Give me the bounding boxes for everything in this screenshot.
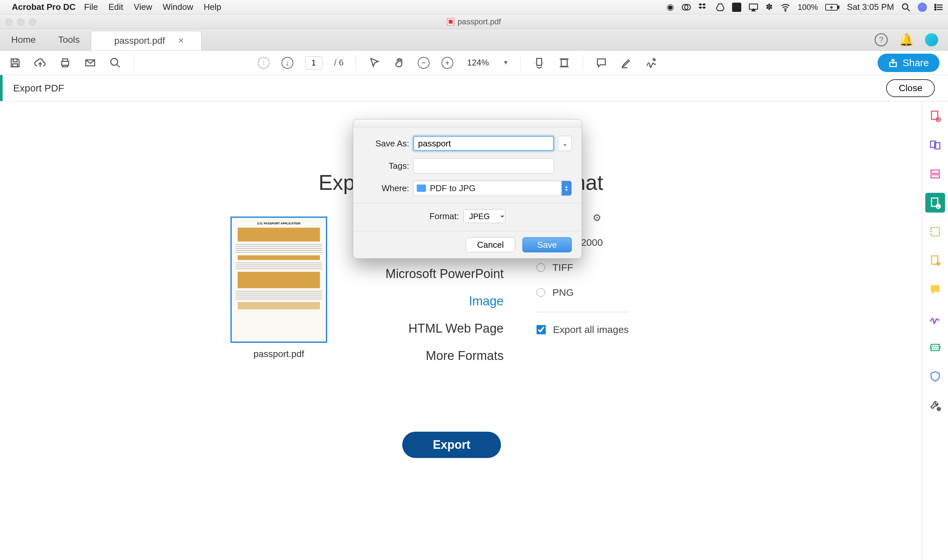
rail-more-tools-icon[interactable]: [925, 395, 945, 415]
close-button[interactable]: Close: [886, 79, 935, 97]
siri-icon[interactable]: [918, 3, 927, 12]
menu-file[interactable]: File: [84, 2, 98, 12]
hand-tool-icon[interactable]: [393, 56, 406, 69]
traffic-lights[interactable]: [5, 18, 36, 26]
search-page-icon[interactable]: [109, 56, 122, 69]
dropbox-icon[interactable]: [698, 2, 708, 12]
fit-page-icon[interactable]: [558, 56, 571, 69]
asterisk-icon[interactable]: ✽: [766, 2, 773, 12]
option-more[interactable]: More Formats: [362, 349, 504, 363]
select-tool-icon[interactable]: [368, 56, 381, 69]
where-select[interactable]: PDF to JPG ▲▼: [413, 181, 572, 196]
svg-line-7: [908, 9, 910, 11]
macos-menubar: Acrobat Pro DC File Edit View Window Hel…: [0, 0, 948, 14]
drive-icon[interactable]: [715, 3, 725, 12]
folder-icon: [417, 185, 426, 192]
wifi-icon[interactable]: [780, 2, 791, 12]
export-pdf-bar: Export PDF Close: [0, 75, 948, 102]
export-pdf-title: Export PDF: [13, 83, 64, 94]
rail-combine-icon[interactable]: [925, 135, 945, 155]
comment-icon[interactable]: [595, 56, 608, 69]
option-image[interactable]: Image: [362, 294, 504, 308]
pdf-file-icon: [447, 18, 454, 25]
zoom-in-icon[interactable]: +: [441, 57, 453, 69]
page-total: / 6: [334, 58, 344, 68]
document-thumbnail[interactable]: U.S. PASSPORT APPLICATION passport.pdf: [230, 217, 327, 359]
mail-icon[interactable]: [83, 56, 97, 69]
rail-edit-pdf-icon[interactable]: [925, 164, 945, 184]
rail-organize-icon[interactable]: [925, 222, 945, 242]
sign-icon[interactable]: [645, 56, 658, 69]
menu-edit[interactable]: Edit: [108, 2, 123, 12]
svg-point-35: [936, 262, 940, 266]
tab-tools[interactable]: Tools: [47, 29, 91, 50]
gear-icon[interactable]: ⚙: [592, 212, 601, 223]
spotlight-icon[interactable]: [901, 3, 911, 12]
rail-create-pdf-icon[interactable]: [925, 106, 945, 126]
option-html[interactable]: HTML Web Page: [362, 322, 504, 335]
page-down-icon[interactable]: ↓: [281, 57, 293, 69]
tab-close-icon[interactable]: ✕: [178, 37, 184, 45]
fit-width-icon[interactable]: [533, 56, 546, 69]
menu-window[interactable]: Window: [163, 2, 193, 12]
svg-rect-29: [931, 170, 939, 173]
rail-export-pdf-icon[interactable]: [925, 193, 945, 212]
print-icon[interactable]: [59, 56, 72, 69]
app-square-icon[interactable]: [732, 3, 741, 12]
export-button[interactable]: Export: [402, 432, 501, 458]
rail-forms-icon[interactable]: [925, 338, 945, 357]
save-icon[interactable]: [9, 56, 22, 69]
tags-input[interactable]: [413, 158, 554, 173]
share-button[interactable]: Share: [877, 54, 939, 72]
where-label: Where:: [363, 183, 409, 194]
help-icon[interactable]: ?: [875, 33, 888, 46]
radio-tiff[interactable]: [536, 263, 545, 272]
svg-rect-30: [931, 175, 939, 178]
svg-rect-19: [537, 58, 542, 65]
option-powerpoint[interactable]: Microsoft PowerPoint: [362, 267, 504, 281]
where-value: PDF to JPG: [430, 183, 476, 194]
format-select[interactable]: JPEG: [464, 209, 505, 223]
menu-list-icon[interactable]: [934, 3, 943, 12]
battery-percent[interactable]: 100%: [798, 3, 818, 12]
cancel-button[interactable]: Cancel: [466, 237, 515, 252]
zoom-out-icon[interactable]: −: [418, 57, 430, 69]
svg-rect-14: [13, 64, 18, 67]
svg-point-12: [935, 6, 936, 8]
tab-bar: Home Tools passport.pdf ✕ ? 🔔: [0, 29, 948, 51]
cc-icon[interactable]: [681, 2, 691, 12]
expand-dialog-icon[interactable]: ⌄: [558, 136, 572, 151]
statusdot-icon[interactable]: ◉: [667, 2, 674, 12]
save-as-input[interactable]: [413, 136, 554, 151]
zoom-value: 124%: [467, 58, 489, 68]
tab-document-label: passport.pdf: [114, 35, 165, 46]
menu-help[interactable]: Help: [204, 2, 221, 12]
battery-icon[interactable]: [825, 3, 840, 11]
page-up-icon[interactable]: ↑: [258, 57, 270, 69]
label-tiff: TIFF: [552, 262, 573, 273]
rail-fill-sign-icon[interactable]: [925, 309, 945, 328]
avatar[interactable]: [925, 33, 938, 46]
zoom-dropdown-icon[interactable]: ▼: [503, 59, 509, 66]
checkbox-export-all[interactable]: [536, 325, 546, 334]
rail-protect-icon[interactable]: [925, 366, 945, 386]
svg-point-6: [903, 4, 908, 9]
clock[interactable]: Sat 3:05 PM: [847, 2, 894, 12]
rail-note-icon[interactable]: [925, 280, 945, 299]
cloud-upload-icon[interactable]: [34, 56, 47, 69]
app-name[interactable]: Acrobat Pro DC: [12, 2, 76, 12]
save-button[interactable]: Save: [523, 237, 572, 252]
tab-home[interactable]: Home: [0, 29, 47, 50]
radio-png[interactable]: [536, 288, 545, 297]
stepper-icon[interactable]: ▲▼: [561, 181, 572, 195]
bell-icon[interactable]: 🔔: [899, 33, 914, 47]
window-title: passport.pdf: [458, 17, 501, 26]
highlight-icon[interactable]: [620, 56, 633, 69]
menu-view[interactable]: View: [134, 2, 152, 12]
svg-line-18: [117, 65, 120, 68]
window-titlebar: passport.pdf: [0, 14, 948, 29]
page-input[interactable]: [305, 56, 322, 69]
tab-document[interactable]: passport.pdf ✕: [91, 31, 202, 50]
airplay-icon[interactable]: [749, 2, 758, 12]
rail-comment-icon[interactable]: [925, 251, 945, 271]
